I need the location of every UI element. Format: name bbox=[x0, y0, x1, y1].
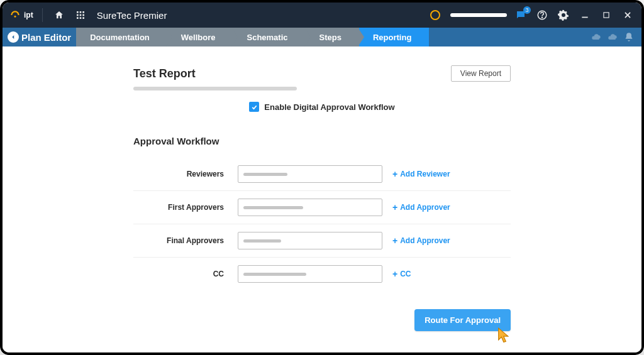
maximize-icon[interactable] bbox=[599, 8, 614, 23]
help-icon[interactable] bbox=[535, 8, 550, 23]
home-icon[interactable] bbox=[52, 8, 67, 23]
back-icon bbox=[8, 31, 19, 43]
enable-workflow-label: Enable Digital Approval Workflow bbox=[264, 102, 394, 112]
workflow-input[interactable] bbox=[238, 232, 382, 249]
svg-rect-2 bbox=[79, 11, 81, 13]
logo-icon bbox=[9, 9, 21, 21]
workflow-row: First Approvers+Add Approver bbox=[133, 191, 511, 224]
workflow-section-title: Approval Workflow bbox=[133, 136, 511, 146]
minimize-icon[interactable] bbox=[577, 8, 592, 23]
close-icon[interactable] bbox=[620, 8, 635, 23]
crumb-schematic[interactable]: Schematic bbox=[233, 28, 305, 46]
workflow-input[interactable] bbox=[238, 165, 382, 183]
svg-rect-9 bbox=[82, 17, 84, 19]
workflow-row-label: Final Approvers bbox=[133, 236, 228, 245]
svg-rect-8 bbox=[79, 17, 81, 19]
apps-icon[interactable] bbox=[73, 8, 88, 23]
crumb-label: Schematic bbox=[247, 33, 287, 42]
logo-text: ipt bbox=[24, 11, 33, 19]
workflow-row: CC+CC bbox=[133, 258, 511, 290]
crumb-steps[interactable]: Steps bbox=[306, 28, 359, 46]
workflow-row-label: CC bbox=[133, 270, 228, 278]
svg-rect-4 bbox=[77, 14, 79, 16]
workflow-row: Reviewers+Add Reviewer bbox=[133, 158, 511, 191]
title-underline bbox=[133, 87, 297, 90]
back-label: Plan Editor bbox=[21, 32, 71, 43]
workflow-input[interactable] bbox=[238, 265, 382, 283]
gear-icon[interactable] bbox=[556, 8, 571, 23]
plus-icon: + bbox=[392, 170, 397, 178]
crumb-label: Steps bbox=[319, 33, 341, 42]
divider bbox=[42, 8, 43, 22]
svg-rect-13 bbox=[604, 13, 609, 18]
add-link[interactable]: +Add Approver bbox=[392, 203, 450, 212]
view-report-button[interactable]: View Report bbox=[451, 65, 511, 82]
plus-icon: + bbox=[392, 236, 397, 245]
placeholder-bar bbox=[243, 273, 306, 276]
enable-workflow-row: Enable Digital Approval Workflow bbox=[133, 102, 511, 112]
crumb-documentation[interactable]: Documentation bbox=[76, 28, 167, 46]
svg-rect-1 bbox=[77, 11, 79, 13]
breadcrumb: Plan Editor Documentation Wellbore Schem… bbox=[3, 28, 641, 46]
workflow-row: Final Approvers+Add Approver bbox=[133, 224, 511, 258]
placeholder-bar bbox=[243, 206, 303, 209]
add-link-label: Add Reviewer bbox=[400, 170, 450, 178]
plus-icon: + bbox=[392, 203, 397, 212]
crumb-wellbore[interactable]: Wellbore bbox=[167, 28, 233, 46]
add-link[interactable]: +Add Approver bbox=[392, 236, 450, 245]
crumb-label: Documentation bbox=[90, 33, 150, 42]
svg-rect-6 bbox=[82, 14, 84, 16]
back-button[interactable]: Plan Editor bbox=[3, 28, 76, 46]
svg-rect-3 bbox=[82, 11, 84, 13]
crumb-label: Wellbore bbox=[181, 33, 216, 42]
svg-point-0 bbox=[14, 16, 16, 18]
report-title: Test Report bbox=[133, 67, 196, 80]
add-link[interactable]: +Add Reviewer bbox=[392, 170, 450, 178]
chat-badge-count: 3 bbox=[523, 6, 531, 14]
progress-pill bbox=[450, 13, 507, 17]
cloud-icon-2[interactable] bbox=[608, 32, 618, 42]
topbar: ipt SureTec Premier 3 bbox=[3, 3, 641, 28]
add-link-label: Add Approver bbox=[400, 203, 450, 212]
workflow-input[interactable] bbox=[238, 199, 382, 216]
route-for-approval-button[interactable]: Route For Approval bbox=[414, 309, 511, 331]
crumb-label: Reporting bbox=[373, 33, 411, 42]
plus-icon: + bbox=[392, 270, 397, 278]
svg-rect-5 bbox=[79, 14, 81, 16]
breadcrumb-right-icons bbox=[584, 28, 641, 46]
workflow-row-label: Reviewers bbox=[133, 170, 228, 178]
svg-point-11 bbox=[541, 17, 542, 18]
chat-icon[interactable]: 3 bbox=[513, 8, 528, 23]
add-link[interactable]: +CC bbox=[392, 270, 411, 278]
cloud-icon[interactable] bbox=[591, 32, 601, 42]
placeholder-bar bbox=[243, 239, 281, 243]
add-link-label: Add Approver bbox=[400, 236, 450, 245]
crumb-reporting[interactable]: Reporting bbox=[359, 28, 429, 46]
enable-workflow-checkbox[interactable] bbox=[249, 102, 259, 112]
app-title: SureTec Premier bbox=[97, 10, 167, 21]
report-panel: Test Report View Report Enable Digital A… bbox=[133, 65, 511, 331]
add-link-label: CC bbox=[400, 270, 411, 278]
bell-icon[interactable] bbox=[624, 32, 634, 42]
content: Test Report View Report Enable Digital A… bbox=[3, 46, 641, 355]
placeholder-bar bbox=[243, 173, 287, 176]
app-logo: ipt bbox=[9, 9, 33, 21]
status-indicator-icon[interactable] bbox=[430, 10, 440, 20]
workflow-row-label: First Approvers bbox=[133, 203, 228, 212]
svg-rect-7 bbox=[77, 17, 79, 19]
